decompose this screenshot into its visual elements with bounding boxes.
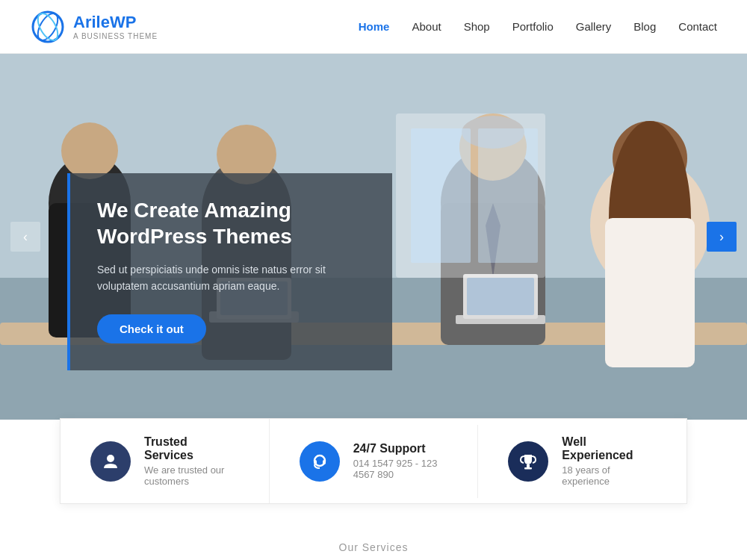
experienced-desc: 18 years of experience <box>562 464 657 487</box>
main-nav: Home About Shop Portfolio Gallery Blog C… <box>359 20 717 33</box>
svg-rect-34 <box>527 464 530 467</box>
feature-experienced: Well Experienced 18 years of experience <box>478 419 686 503</box>
site-header: ArileWP A Business Theme Home About Shop… <box>0 0 747 54</box>
trophy-icon <box>518 452 538 471</box>
nav-portfolio[interactable]: Portfolio <box>512 20 554 33</box>
svg-rect-26 <box>605 218 695 367</box>
nav-about[interactable]: About <box>412 20 441 33</box>
experienced-icon-wrap <box>508 441 548 482</box>
nav-contact[interactable]: Contact <box>678 20 717 33</box>
trusted-icon-wrap <box>90 441 131 482</box>
logo-text: ArileWP A Business Theme <box>73 13 158 40</box>
person-icon <box>101 452 120 471</box>
trusted-desc: We are trusted our customers <box>144 464 239 487</box>
nav-shop[interactable]: Shop <box>464 20 490 33</box>
chevron-left-icon: ‹ <box>23 229 28 245</box>
svg-rect-22 <box>467 278 534 315</box>
svg-rect-28 <box>411 128 471 263</box>
svg-point-7 <box>61 122 118 179</box>
headphone-icon <box>310 452 329 471</box>
nav-home[interactable]: Home <box>359 20 390 33</box>
trusted-title: Trusted Services <box>144 435 239 462</box>
support-desc: 014 1547 925 - 123 4567 890 <box>353 458 448 480</box>
support-text: 24/7 Support 014 1547 925 - 123 4567 890 <box>353 442 448 480</box>
hero-description: Sed ut perspiciatis unde omnis iste natu… <box>97 261 365 295</box>
svg-point-30 <box>107 455 114 462</box>
support-title: 24/7 Support <box>353 442 448 455</box>
hero-text-overlay: We Create Amazing WordPress Themes Sed u… <box>67 173 392 370</box>
logo-icon <box>30 9 66 45</box>
feature-trusted: Trusted Services We are trusted our cust… <box>61 419 270 503</box>
hero-section: We Create Amazing WordPress Themes Sed u… <box>0 54 747 420</box>
feature-support: 24/7 Support 014 1547 925 - 123 4567 890 <box>270 425 479 498</box>
services-label: Our Services <box>30 541 717 553</box>
chevron-right-icon: › <box>719 229 724 245</box>
svg-rect-29 <box>478 128 538 263</box>
nav-gallery[interactable]: Gallery <box>576 20 612 33</box>
svg-rect-35 <box>524 467 532 470</box>
hero-next-button[interactable]: › <box>707 222 737 252</box>
experienced-text: Well Experienced 18 years of experience <box>562 435 657 487</box>
svg-rect-33 <box>323 460 326 464</box>
logo[interactable]: ArileWP A Business Theme <box>30 9 158 45</box>
svg-rect-32 <box>314 460 317 464</box>
features-bar: Trusted Services We are trusted our cust… <box>60 418 687 504</box>
support-icon-wrap <box>300 441 340 482</box>
logo-tagline: A Business Theme <box>73 32 158 40</box>
nav-blog[interactable]: Blog <box>633 20 656 33</box>
experienced-title: Well Experienced <box>562 435 657 462</box>
hero-title: We Create Amazing WordPress Themes <box>97 197 365 249</box>
services-section: Our Services We provide the best service… <box>0 504 747 560</box>
trusted-text: Trusted Services We are trusted our cust… <box>144 435 239 487</box>
hero-cta-button[interactable]: Check it out <box>97 314 206 343</box>
hero-prev-button[interactable]: ‹ <box>10 222 40 252</box>
logo-title: ArileWP <box>73 13 158 32</box>
